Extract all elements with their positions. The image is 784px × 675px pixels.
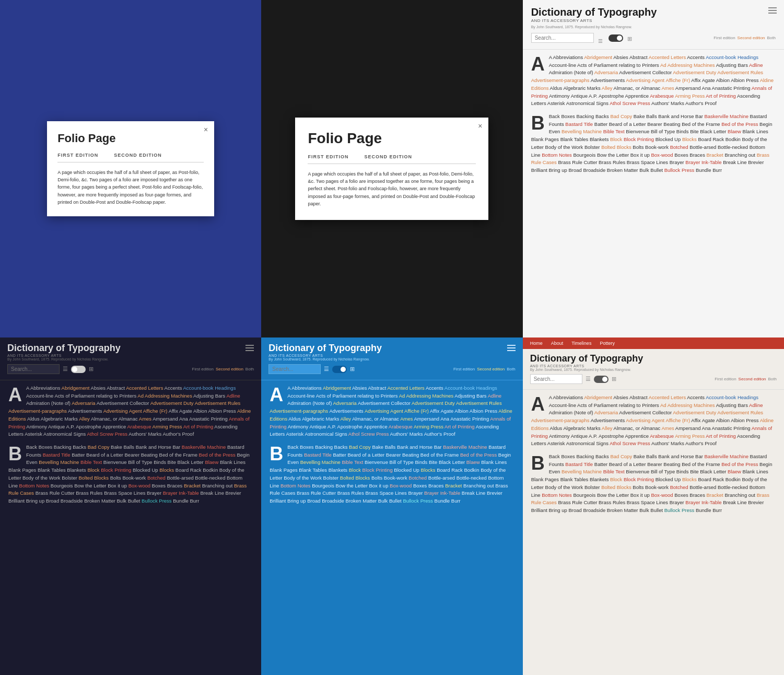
letter-b-light: B xyxy=(531,114,545,133)
dict-toolbar-red: ☰ ⊞ First edition Second edition Both xyxy=(530,374,777,384)
modal-col2-label-2: SECOND EDITION xyxy=(364,154,412,159)
toggle-blue[interactable] xyxy=(332,366,347,373)
dict-search-light[interactable] xyxy=(531,33,594,43)
nav-pottery[interactable]: Pottery xyxy=(600,341,615,346)
list-icon-dark[interactable]: ☰ xyxy=(63,366,68,373)
dict-search-blue[interactable] xyxy=(268,364,321,374)
modal-body-2: A page which occupies the half of a full… xyxy=(308,170,476,208)
modal-title-1: Folio Page xyxy=(57,132,204,145)
grid-icon-dark[interactable]: ⊞ xyxy=(89,366,93,373)
first-ed-blue[interactable]: First edition xyxy=(453,367,475,371)
second-ed-red[interactable]: Second edition xyxy=(739,377,766,381)
dict-panel-blue: Dictionary of Typography AND ITS ACCESSO… xyxy=(261,338,522,675)
dict-subtitle-dark: AND ITS ACCESSORY ARTS xyxy=(7,354,254,357)
dict-panel-dark: Dictionary of Typography AND ITS ACCESSO… xyxy=(0,338,261,675)
toggle-dark[interactable] xyxy=(71,366,86,373)
panel-3-light-dict: Dictionary of Typography AND ITS ACCESSO… xyxy=(523,0,784,338)
folio-modal-2: × Folio Page FIRST EDITION SECOND EDITIO… xyxy=(295,118,488,220)
dict-search-dark[interactable] xyxy=(7,364,60,374)
first-edition-btn-light[interactable]: First edition xyxy=(713,36,735,40)
dict-author-dark: By John Southward, 1875. Reproduced by N… xyxy=(7,357,254,361)
modal-body-1: A page which occupies the half of a full… xyxy=(57,169,204,206)
dict-header-blue: Dictionary of Typography AND ITS ACCESSO… xyxy=(261,338,522,380)
panel-4-dark-dict: Dictionary of Typography AND ITS ACCESSO… xyxy=(0,338,261,675)
grid-icon-red[interactable]: ⊞ xyxy=(612,376,616,382)
dict-content-light: A A Abbreviations Abridgement Absies Abs… xyxy=(523,50,784,338)
dict-header-light: Dictionary of Typography AND ITS ACCESSO… xyxy=(523,0,784,50)
section-b-dark: B Back Boxes Backing Backs Bad Copy Bake… xyxy=(8,444,253,505)
letter-b-dark: B xyxy=(8,445,22,463)
first-ed-dark[interactable]: First edition xyxy=(192,367,214,371)
both-edition-btn-light[interactable]: Both xyxy=(767,36,776,40)
nav-timelines[interactable]: Timelines xyxy=(571,341,591,346)
modal-col1-label-1: FIRST EDITION xyxy=(57,153,98,158)
both-ed-dark[interactable]: Both xyxy=(245,367,254,371)
menu-icon-blue[interactable] xyxy=(507,345,516,351)
dict-text-b-dark: Back Boxes Backing Backs Bad Copy Bake B… xyxy=(8,444,253,505)
nav-about[interactable]: About xyxy=(551,341,564,346)
letter-a-blue: A xyxy=(270,386,283,404)
list-icon-red[interactable]: ☰ xyxy=(586,376,591,382)
dict-text-b-red: Back Boxes Backing Backs Bad Copy Bake B… xyxy=(531,453,776,515)
modal-columns-1: FIRST EDITION SECOND EDITION xyxy=(57,153,204,162)
dict-text-b-light: Back Boxes Backing Backs Bad Copy Bake B… xyxy=(531,113,776,174)
dict-subtitle-red: AND ITS ACCESSORY ARTS xyxy=(530,364,777,368)
dict-header-red: Dictionary of Typography AND ITS ACCESSO… xyxy=(523,349,784,390)
dict-panel-cream: Home About Timelines Pottery Dictionary … xyxy=(523,338,784,675)
dict-text-b-blue: Back Boxes Backing Backs Bad Copy Bake B… xyxy=(270,444,514,505)
section-b-red: B Back Boxes Backing Backs Bad Copy Bake… xyxy=(531,453,776,515)
dict-text-a-light: A Abbreviations Abridgement Absies Abstr… xyxy=(531,54,776,108)
edition-buttons-light: First edition Second edition Both xyxy=(713,36,776,40)
letter-b-red: B xyxy=(531,454,545,473)
dict-nav-red: Home About Timelines Pottery xyxy=(523,338,784,349)
dict-content-blue: A A Abbreviations Abridgement Absies Abs… xyxy=(261,380,522,675)
dict-author-blue: By John Southward, 1875. Reproduced by N… xyxy=(268,357,515,361)
modal-col1-label-2: FIRST EDITION xyxy=(308,154,348,159)
dict-title-dark: Dictionary of Typography xyxy=(7,343,254,354)
modal-columns-2: FIRST EDITION SECOND EDITION xyxy=(308,154,476,164)
section-a-dark: A A Abbreviations Abridgement Absies Abs… xyxy=(8,385,253,438)
second-ed-dark[interactable]: Second edition xyxy=(216,367,243,371)
toggle-red[interactable] xyxy=(594,376,609,383)
list-view-icon-light[interactable] xyxy=(598,36,604,41)
second-edition-btn-light[interactable]: Second edition xyxy=(738,36,765,40)
both-ed-blue[interactable]: Both xyxy=(507,367,515,371)
letter-b-blue: B xyxy=(270,445,283,463)
panel-6-cream-dict: Home About Timelines Pottery Dictionary … xyxy=(523,338,784,675)
both-ed-red[interactable]: Both xyxy=(768,377,777,381)
toggle-btn-light[interactable] xyxy=(609,34,623,42)
dict-title-red: Dictionary of Typography xyxy=(530,353,777,364)
grid-view-icon-light[interactable] xyxy=(627,33,632,43)
modal-col2-label-1: SECOND EDITION xyxy=(114,153,162,158)
menu-icon-light[interactable] xyxy=(768,7,777,14)
close-icon-1[interactable]: × xyxy=(204,125,208,134)
folio-modal-1: × Folio Page FIRST EDITION SECOND EDITIO… xyxy=(47,121,214,217)
dict-text-a-red: A Abbreviations Abridgement Absies Abstr… xyxy=(531,394,776,448)
menu-icon-dark[interactable] xyxy=(245,345,254,351)
dict-toolbar-dark: ☰ ⊞ First edition Second edition Both xyxy=(7,364,254,374)
edition-btns-red: First edition Second edition Both xyxy=(715,377,777,381)
dict-content-red: A A Abbreviations Abridgement Absies Abs… xyxy=(523,390,784,675)
list-icon-blue[interactable]: ☰ xyxy=(324,366,329,373)
panel-2-dark-modal: × Folio Page FIRST EDITION SECOND EDITIO… xyxy=(261,0,522,338)
edition-btns-dark: First edition Second edition Both xyxy=(192,367,254,371)
dict-toolbar-blue: ☰ ⊞ First edition Second edition Both xyxy=(268,364,515,374)
first-ed-red[interactable]: First edition xyxy=(715,377,736,381)
dict-content-dark: A A Abbreviations Abridgement Absies Abs… xyxy=(0,380,261,675)
edition-btns-blue: First edition Second edition Both xyxy=(453,367,516,371)
dict-search-red[interactable] xyxy=(530,374,582,384)
grid-icon-blue[interactable]: ⊞ xyxy=(350,366,355,373)
nav-home[interactable]: Home xyxy=(530,341,543,346)
dict-header-dark: Dictionary of Typography AND ITS ACCESSO… xyxy=(0,338,261,380)
dict-author-red: By John Southward, 1875. Reproduced by N… xyxy=(530,368,777,371)
section-a-red: A A Abbreviations Abridgement Absies Abs… xyxy=(531,394,776,448)
dict-author-light: By John Southward, 1875. Reproduced by N… xyxy=(531,25,776,29)
dict-subtitle-light: AND ITS ACCESSORY ARTS xyxy=(531,18,776,23)
second-ed-blue[interactable]: Second edition xyxy=(477,367,505,371)
section-b-blue: B Back Boxes Backing Backs Bad Copy Bake… xyxy=(270,444,514,505)
dict-text-a-dark: A Abbreviations Abridgement Absies Abstr… xyxy=(8,385,253,438)
close-icon-2[interactable]: × xyxy=(478,122,482,130)
letter-a-dark: A xyxy=(8,386,22,404)
letter-a-light: A xyxy=(531,55,545,74)
section-b-light: B Back Boxes Backing Backs Bad Copy Bake… xyxy=(531,113,776,174)
